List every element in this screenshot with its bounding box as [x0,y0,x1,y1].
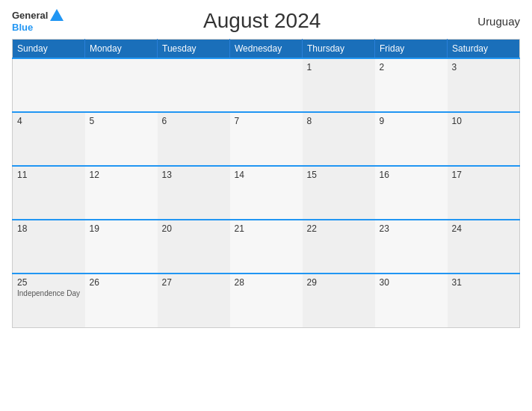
calendar-cell: 23 [375,220,448,274]
calendar-cell [13,58,85,112]
logo: General Blue [12,9,64,33]
calendar-cell: 18 [13,220,85,274]
day-number: 19 [90,223,153,234]
day-number: 26 [90,277,153,288]
day-number: 4 [17,116,81,126]
weekday-sunday: Sunday [13,40,85,59]
calendar-cell: 31 [448,274,520,327]
calendar-cell: 27 [158,274,230,327]
calendar-header: Sunday Monday Tuesday Wednesday Thursday… [13,40,520,59]
day-number: 12 [90,170,153,180]
calendar-table: Sunday Monday Tuesday Wednesday Thursday… [12,39,520,328]
day-number: 3 [452,62,516,72]
day-number: 22 [307,223,371,234]
calendar-cell: 25Independence Day [13,274,85,327]
day-number: 2 [380,62,443,72]
day-number: 18 [17,223,81,234]
calendar-cell: 2 [375,58,448,112]
calendar-cell: 3 [448,58,520,112]
calendar-week-1: 123 [13,58,520,112]
calendar-cell: 26 [85,274,158,327]
day-number: 30 [380,277,443,288]
calendar-cell: 19 [85,220,158,274]
weekday-friday: Friday [375,40,448,59]
day-number: 31 [452,277,516,288]
day-number: 29 [307,277,371,288]
day-number: 10 [452,116,516,126]
logo-general: General [12,10,48,21]
weekday-wednesday: Wednesday [230,40,303,59]
calendar-cell: 9 [375,112,448,166]
logo-text: General Blue [12,9,64,33]
logo-triangle-icon [50,9,64,21]
calendar-week-4: 18192021222324 [13,220,520,274]
day-number: 25 [17,277,81,288]
day-number: 16 [380,170,443,180]
day-number: 11 [17,170,81,180]
day-number: 21 [235,223,298,234]
day-number: 15 [307,170,371,180]
day-number: 23 [380,223,443,234]
calendar-body: 1234567891011121314151617181920212223242… [13,58,520,327]
day-number: 14 [235,170,298,180]
day-number: 24 [452,223,516,234]
calendar-cell: 8 [303,112,375,166]
calendar-week-2: 45678910 [13,112,520,166]
logo-blue: Blue [12,22,64,33]
calendar-cell: 1 [303,58,375,112]
calendar-cell: 13 [158,166,230,220]
weekday-tuesday: Tuesday [158,40,230,59]
calendar-cell: 14 [230,166,303,220]
calendar-cell: 10 [448,112,520,166]
day-number: 1 [307,62,371,72]
calendar-cell: 7 [230,112,303,166]
calendar-cell: 16 [375,166,448,220]
weekday-thursday: Thursday [303,40,375,59]
weekday-saturday: Saturday [448,40,520,59]
weekday-monday: Monday [85,40,158,59]
calendar-cell: 24 [448,220,520,274]
calendar-cell [230,58,303,112]
weekday-header-row: Sunday Monday Tuesday Wednesday Thursday… [13,40,520,59]
calendar-cell: 30 [375,274,448,327]
calendar-cell [158,58,230,112]
calendar-cell: 28 [230,274,303,327]
calendar-week-3: 11121314151617 [13,166,520,220]
day-number: 20 [162,223,226,234]
calendar-cell: 5 [85,112,158,166]
day-number: 27 [162,277,226,288]
calendar-cell: 22 [303,220,375,274]
calendar-page: General Blue August 2024 Uruguay Sunday … [0,0,532,411]
calendar-cell: 20 [158,220,230,274]
calendar-cell [85,58,158,112]
calendar-cell: 17 [448,166,520,220]
calendar-cell: 12 [85,166,158,220]
calendar-cell: 11 [13,166,85,220]
day-number: 6 [162,116,226,126]
day-number: 8 [307,116,371,126]
month-title: August 2024 [64,9,460,33]
day-event: Independence Day [17,289,81,297]
calendar-cell: 21 [230,220,303,274]
day-number: 9 [380,116,443,126]
day-number: 28 [235,277,298,288]
calendar-cell: 4 [13,112,85,166]
calendar-week-5: 25Independence Day262728293031 [13,274,520,327]
day-number: 17 [452,170,516,180]
calendar-cell: 6 [158,112,230,166]
day-number: 5 [90,116,153,126]
calendar-cell: 29 [303,274,375,327]
calendar-cell: 15 [303,166,375,220]
day-number: 13 [162,170,226,180]
country-label: Uruguay [460,15,520,28]
day-number: 7 [235,116,298,126]
header: General Blue August 2024 Uruguay [12,9,520,33]
